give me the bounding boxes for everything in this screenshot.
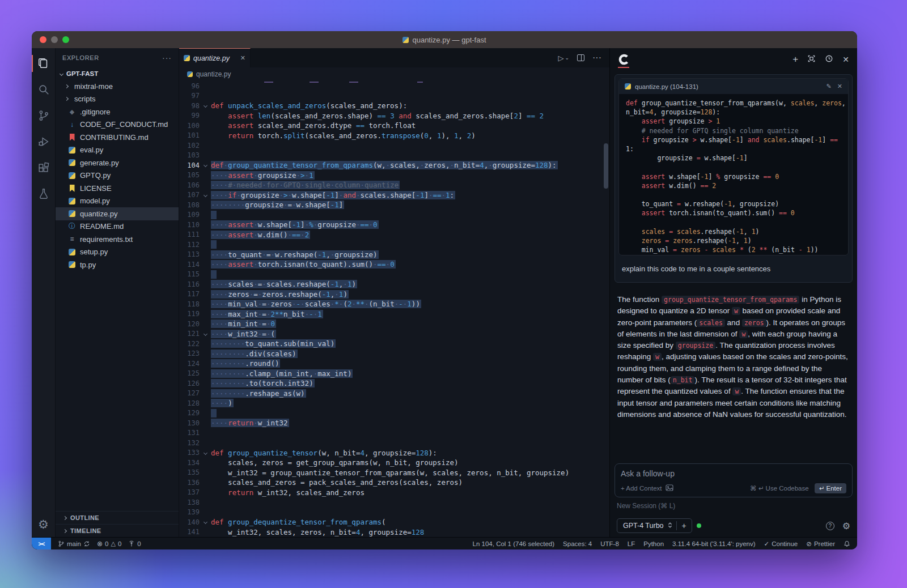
code-line[interactable]: 130····return·w_int32 — [179, 418, 609, 428]
fold-chevron-icon[interactable] — [200, 194, 211, 197]
tab-quantize-py[interactable]: quantize.py ✕ — [179, 48, 251, 67]
close-window-button[interactable] — [40, 36, 46, 43]
code-line[interactable]: 125········.clamp_(min_int,·max_int) — [179, 369, 609, 379]
add-model-button[interactable]: + — [676, 521, 692, 530]
code-line[interactable]: 122········to_quant.sub(min_val) — [179, 339, 609, 349]
code-line[interactable]: 96 — [179, 81, 609, 91]
activity-item-extensions[interactable] — [32, 155, 56, 181]
file-row[interactable]: ◆.gitignore — [56, 105, 179, 118]
code-line[interactable]: 128····) — [179, 398, 609, 408]
code-line[interactable]: 102 — [179, 140, 609, 151]
fold-chevron-icon[interactable] — [200, 521, 211, 523]
file-row[interactable]: scripts — [56, 93, 179, 106]
notifications-bell-icon[interactable] — [844, 540, 850, 547]
code-line[interactable]: 136 scales_and_zeros = pack_scales_and_z… — [179, 478, 609, 488]
code-line[interactable]: 126········.to(torch.int32) — [179, 378, 609, 389]
edit-icon[interactable]: ✎ — [827, 83, 832, 90]
code-line[interactable]: 124········.round() — [179, 359, 609, 369]
help-icon[interactable]: ? — [826, 522, 834, 530]
code-line[interactable]: 120····min_int·=·0 — [179, 319, 609, 329]
activity-item-search[interactable] — [32, 76, 56, 103]
file-row[interactable]: GPTQ.py — [56, 169, 179, 182]
code-line[interactable]: 121····w_int32·=·( — [179, 329, 609, 339]
code-line[interactable]: 139 — [179, 508, 609, 518]
code-line[interactable]: 140def group_dequantize_tensor_from_qpar… — [179, 517, 609, 527]
remote-indicator[interactable]: >< — [32, 538, 51, 549]
editor-scrollbar-thumb[interactable] — [604, 143, 608, 189]
file-row[interactable]: CONTRIBUTING.md — [56, 131, 179, 144]
code-line[interactable]: 112 — [179, 240, 609, 250]
file-row[interactable]: ⓘREADME.md — [56, 220, 179, 233]
code-line[interactable]: 141 w_int32, scales, zeros, n_bit=4, gro… — [179, 527, 609, 538]
maximize-window-button[interactable] — [62, 36, 69, 43]
code-line[interactable]: 114····assert·torch.isnan(to_quant).sum(… — [179, 259, 609, 270]
code-line[interactable]: 134 scales, zeros = get_group_qparams(w,… — [179, 458, 609, 468]
activity-item-explorer[interactable] — [32, 50, 56, 76]
history-icon[interactable] — [825, 54, 833, 65]
file-row[interactable]: ≡requirements.txt — [56, 233, 179, 246]
code-line[interactable]: 132 — [179, 438, 609, 448]
code-line[interactable]: 137 return w_int32, scales_and_zeros — [179, 488, 609, 498]
explorer-more-actions-icon[interactable]: ··· — [162, 53, 172, 62]
activity-item-run-debug[interactable] — [32, 129, 56, 155]
close-panel-icon[interactable]: ✕ — [842, 55, 849, 64]
code-editor[interactable]: 969798def unpack_scales_and_zeros(scales… — [179, 81, 609, 537]
code-line[interactable]: 116····scales·=·scales.reshape(-1,·1) — [179, 279, 609, 289]
code-line[interactable]: 107····if·groupsize·>·w.shape[-1]·and·sc… — [179, 190, 609, 201]
code-line[interactable]: 101 return torch.split(scales_and_zeros.… — [179, 131, 609, 141]
enter-button[interactable]: ↵ Enter — [815, 483, 846, 493]
split-editor-icon[interactable] — [577, 54, 584, 61]
code-line[interactable]: 98def unpack_scales_and_zeros(scales_and… — [179, 101, 609, 111]
fold-chevron-icon[interactable] — [200, 451, 211, 454]
file-row[interactable]: mixtral-moe — [56, 80, 179, 93]
explorer-root-folder[interactable]: GPT-FAST — [56, 67, 179, 80]
eol-setting[interactable]: LF — [628, 540, 635, 547]
use-codebase-hint[interactable]: ⌘ ↵ Use Codebase — [750, 484, 809, 492]
file-row[interactable]: eval.py — [56, 144, 179, 157]
encoding-setting[interactable]: UTF-8 — [600, 540, 619, 547]
breadcrumb[interactable]: quantize.py — [179, 67, 609, 81]
activity-item-settings-gear-icon[interactable]: ⚙ — [32, 512, 56, 537]
file-row[interactable]: setup.py — [56, 246, 179, 259]
code-line[interactable]: 115 — [179, 270, 609, 280]
minimize-window-button[interactable] — [51, 36, 58, 43]
indentation-setting[interactable]: Spaces: 4 — [563, 540, 592, 547]
chat-input-card[interactable]: + Add Context ⌘ ↵ Use Codebase ↵ Enter — [614, 463, 853, 497]
code-line[interactable]: 108········groupsize·=·w.shape[-1] — [179, 200, 609, 210]
code-line[interactable]: 119····max_int·=·2**n_bit·-·1 — [179, 309, 609, 319]
cursor-position[interactable]: Ln 104, Col 1 (746 selected) — [473, 540, 554, 547]
run-file-button[interactable]: ▷ ⌄ — [558, 54, 569, 62]
code-line[interactable]: 133def group_quantize_tensor(w, n_bit=4,… — [179, 448, 609, 458]
code-line[interactable]: 129 — [179, 408, 609, 419]
code-line[interactable]: 105····assert·groupsize·>·1 — [179, 171, 609, 181]
code-line[interactable]: 118····min_val·=·zeros·-·scales·*·(2·**·… — [179, 299, 609, 309]
code-line[interactable]: 138 — [179, 497, 609, 508]
code-line[interactable]: 110····assert·w.shape[-1]·%·groupsize·==… — [179, 220, 609, 230]
code-line[interactable]: 135 w_int32 = group_quantize_tensor_from… — [179, 468, 609, 478]
language-mode[interactable]: Python — [643, 540, 664, 547]
activity-item-testing[interactable] — [32, 181, 56, 207]
fold-chevron-icon[interactable] — [200, 164, 211, 167]
add-context-button[interactable]: + Add Context — [621, 485, 662, 492]
close-tab-icon[interactable]: ✕ — [240, 54, 245, 62]
editor-more-actions-icon[interactable]: ··· — [592, 53, 601, 63]
continue-status[interactable]: ✓ Continue — [764, 540, 798, 548]
code-line[interactable]: 123········.div(scales) — [179, 349, 609, 359]
code-line[interactable]: 97 — [179, 91, 609, 101]
python-interpreter[interactable]: 3.11.4 64-bit ('3.11.4': pyenv) — [672, 540, 756, 547]
continue-logo-icon[interactable] — [618, 51, 630, 68]
file-row[interactable]: model.py — [56, 195, 179, 208]
code-line[interactable]: 127········.reshape_as(w) — [179, 389, 609, 399]
code-line[interactable]: 100 assert scales_and_zeros.dtype == tor… — [179, 121, 609, 131]
git-branch-item[interactable]: main — [58, 540, 90, 547]
timeline-section[interactable]: TIMELINE — [56, 524, 179, 537]
settings-gear-icon[interactable]: ⚙ — [842, 521, 850, 531]
followup-input[interactable] — [621, 469, 846, 478]
code-line[interactable]: 117····zeros·=·zeros.reshape(-1,·1) — [179, 289, 609, 300]
file-row[interactable]: quantize.py — [56, 207, 179, 220]
fold-chevron-icon[interactable] — [200, 333, 211, 335]
code-line[interactable]: 103 — [179, 151, 609, 161]
code-line[interactable]: 104def·group_quantize_tensor_from_qparam… — [179, 160, 609, 171]
code-line[interactable]: 113····to_quant·=·w.reshape(-1,·groupsiz… — [179, 250, 609, 260]
code-line[interactable]: 111····assert·w.dim()·==·2 — [179, 230, 609, 240]
